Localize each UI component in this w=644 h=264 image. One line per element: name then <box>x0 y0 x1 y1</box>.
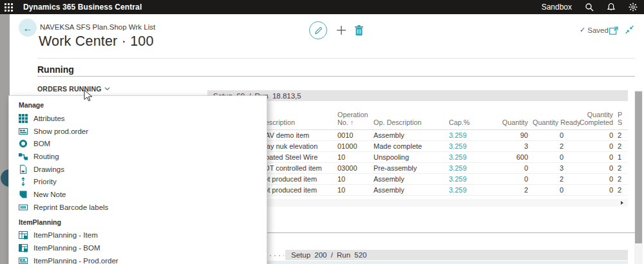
save-status-label: Saved <box>587 26 609 34</box>
menu-item-priority[interactable]: Priority <box>9 175 267 188</box>
cell-quantity_completed: 0 <box>565 163 615 174</box>
cell-quantity: 90 <box>495 130 530 141</box>
cell-quantity_ready: 2 <box>530 141 565 152</box>
cell-description: NAV demo item <box>258 130 335 141</box>
menu-item-new-note[interactable]: New Note <box>9 188 267 201</box>
barcode-icon <box>19 203 28 212</box>
cell-cap_pct[interactable]: 3.259 <box>446 130 495 141</box>
cell-operation_no: 01000 <box>335 141 371 152</box>
context-menu: ManageAttributesShow prod.orderBOMRoutin… <box>8 95 267 264</box>
column-header-operation_no[interactable]: OperationNo. ↑ <box>335 111 371 130</box>
cell-quantity_ready: 2 <box>530 174 565 185</box>
bom-icon <box>19 139 28 148</box>
cell-description: Lot produced item <box>258 185 335 196</box>
menu-item-reprint-barcode-labels[interactable]: Reprint Barcode labels <box>9 201 267 214</box>
menu-item-label: Priority <box>33 178 57 185</box>
vertical-scrollbar-thumb[interactable] <box>635 91 642 243</box>
column-header-description[interactable]: Description <box>258 111 335 130</box>
trash-icon <box>354 25 364 36</box>
cell-op_description: Pre-assembly <box>371 163 446 174</box>
chevron-down-icon <box>104 87 110 91</box>
menu-item-label: Show prod.order <box>33 127 88 135</box>
cell-quantity_completed: 0 <box>565 141 615 152</box>
column-header-cap_pct[interactable]: Cap.% <box>446 111 495 130</box>
priority-icon <box>19 177 28 186</box>
open-in-window-icon <box>609 26 618 35</box>
menu-item-routing[interactable]: Routing <box>9 150 267 163</box>
orders-running-group-header[interactable]: ORDERS RUNNING <box>37 85 110 93</box>
cell-quantity_ready: 3 <box>530 163 565 174</box>
column-header-quantity_ready[interactable]: Quantity Ready <box>530 111 565 130</box>
open-in-window-button[interactable] <box>609 26 618 34</box>
breadcrumb[interactable]: NAVEKSA SFS Plan.Shop Wrk List <box>40 23 155 31</box>
page-title: Work Center · 100 <box>39 33 154 50</box>
notifications-bell-icon[interactable] <box>607 3 616 12</box>
cell-op_description: Made complete <box>371 141 446 152</box>
back-button[interactable]: ← <box>19 19 37 37</box>
drawings-icon <box>19 165 28 174</box>
menu-item-itemplanning-item[interactable]: ItemPlanning - Item <box>9 229 267 242</box>
pencil-icon <box>314 26 323 35</box>
cell-cap_pct[interactable]: 3.259 <box>446 185 495 196</box>
delete-button[interactable] <box>354 25 364 36</box>
column-header-ps[interactable]: PS <box>615 111 628 130</box>
plus-icon <box>336 25 346 35</box>
menu-item-itemplanning-prod-order[interactable]: ItemPlanning - Prod.order <box>9 254 267 264</box>
cell-cap_pct[interactable]: 3.259 <box>446 174 495 185</box>
cell-ps: 2 <box>615 185 628 196</box>
cell-quantity_completed: 0 <box>565 130 615 141</box>
environment-badge[interactable]: Sandbox <box>542 3 572 12</box>
menu-item-label: New Note <box>33 191 66 198</box>
menu-item-attributes[interactable]: Attributes <box>9 112 267 125</box>
screen: Dynamics 365 Business Central Sandbox ← … <box>0 0 644 264</box>
cell-quantity: 0 <box>495 163 530 174</box>
column-header-op_description[interactable]: Op. Description <box>371 111 446 130</box>
itemplanning-bom-icon <box>19 243 28 252</box>
cell-operation_no: 10 <box>335 185 371 196</box>
settings-gear-icon[interactable] <box>629 3 638 12</box>
cell-ps: 2 <box>615 130 628 141</box>
cell-description: Play nuk elevation <box>258 141 335 152</box>
menu-item-show-prod-order[interactable]: Show prod.order <box>9 125 267 138</box>
cell-operation_no: 10 <box>335 152 371 163</box>
menu-group-header-itemplanning: ItemPlanning <box>9 214 267 229</box>
collapse-button[interactable] <box>625 25 634 34</box>
back-arrow-icon: ← <box>23 23 33 33</box>
menu-item-bom[interactable]: BOM <box>9 137 267 150</box>
menu-item-drawings[interactable]: Drawings <box>9 163 267 176</box>
cell-quantity: 600 <box>495 152 530 163</box>
vertical-scrollbar[interactable] <box>634 90 643 264</box>
cell-description: Lot produced item <box>258 174 335 185</box>
cell-cap_pct[interactable]: 3.259 <box>446 141 495 152</box>
new-button[interactable] <box>336 25 346 35</box>
header-divider <box>37 58 635 59</box>
cell-op_description: Unspooling <box>371 152 446 163</box>
prod-order-icon <box>19 127 28 136</box>
section-heading-running: Running <box>37 64 74 75</box>
menu-item-label: Attributes <box>33 115 65 122</box>
menu-item-label: ItemPlanning - Prod.order <box>33 257 118 264</box>
app-title[interactable]: Dynamics 365 Business Central <box>23 3 142 12</box>
itemplanning-item-icon <box>19 231 28 240</box>
menu-item-label: Routing <box>33 153 59 160</box>
cell-quantity: 2 <box>495 185 530 196</box>
cell-cap_pct[interactable]: 3.259 <box>446 152 495 163</box>
menu-item-label: Drawings <box>33 165 64 173</box>
app-launcher-icon[interactable] <box>5 3 13 12</box>
search-icon[interactable] <box>585 3 594 12</box>
new-note-icon <box>19 190 28 199</box>
cell-description: Coated Steel Wire <box>258 152 335 163</box>
column-header-quantity[interactable]: Quantity <box>495 111 530 130</box>
setup-run-summary-bar-2: Setup 200 / Run 520 <box>285 250 628 260</box>
scroll-right-arrow-icon[interactable] <box>621 201 623 205</box>
menu-group-header-manage: Manage <box>9 97 267 112</box>
save-status: ✓ Saved <box>580 26 609 34</box>
cell-cap_pct[interactable]: 3.259 <box>446 163 495 174</box>
cell-ps: 2 <box>615 174 628 185</box>
menu-item-label: ItemPlanning - BOM <box>33 244 100 252</box>
cell-quantity_ready: 0 <box>530 130 565 141</box>
cell-ps: 2 <box>615 163 628 174</box>
edit-button[interactable] <box>309 21 327 39</box>
menu-item-itemplanning-bom[interactable]: ItemPlanning - BOM <box>9 241 267 254</box>
cell-quantity_completed: 0 <box>565 185 615 196</box>
